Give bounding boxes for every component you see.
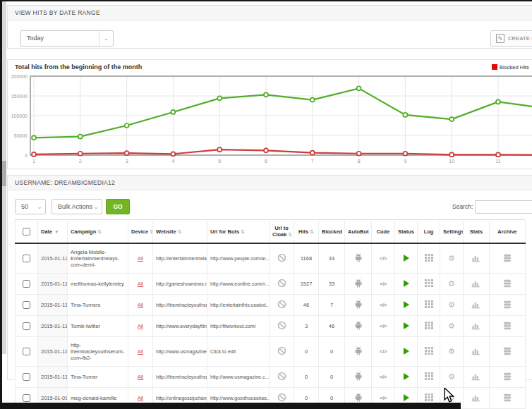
column-header-code[interactable]: Code — [372, 220, 395, 244]
device-all-link[interactable]: All — [138, 255, 143, 262]
log-grid-icon[interactable] — [425, 347, 433, 355]
row-checkbox[interactable] — [23, 394, 30, 402]
stats-chart-icon[interactable] — [471, 300, 481, 309]
device-all-link[interactable]: All — [138, 395, 143, 401]
settings-gear-icon[interactable]: ⚙ — [448, 373, 455, 381]
url-to-cloak-ban-icon[interactable] — [277, 393, 286, 402]
date-range-select[interactable]: Today ⌄ — [20, 30, 114, 47]
url-to-cloak-ban-icon[interactable] — [277, 346, 286, 355]
row-website[interactable]: http://entertainmentrelays... — [153, 243, 207, 274]
column-header-url-to-cloak[interactable]: Url to Cloak⇅ — [270, 220, 294, 244]
row-website[interactable]: http://www.usmagazine.c... — [153, 337, 207, 367]
device-all-link[interactable]: All — [138, 323, 143, 329]
stats-chart-icon[interactable] — [471, 322, 481, 330]
log-grid-icon[interactable] — [425, 300, 433, 308]
settings-gear-icon[interactable]: ⚙ — [448, 322, 455, 330]
row-checkbox[interactable] — [23, 301, 30, 309]
row-url-for-bots[interactable]: http://entertainthis.usatod... — [207, 295, 270, 316]
sort-desc-icon[interactable]: ▼ — [54, 230, 59, 234]
device-all-link[interactable]: All — [138, 374, 143, 380]
code-icon[interactable]: </> — [380, 374, 387, 380]
settings-gear-icon[interactable]: ⚙ — [448, 348, 455, 355]
row-url-for-bots[interactable]: Click to edit — [207, 337, 270, 367]
autobot-android-icon[interactable] — [354, 321, 363, 330]
autobot-android-icon[interactable] — [354, 300, 363, 309]
url-to-cloak-ban-icon[interactable] — [277, 372, 286, 381]
column-header-settings[interactable]: Settings — [440, 220, 464, 244]
status-play-icon[interactable] — [404, 301, 409, 308]
device-all-link[interactable]: All — [138, 348, 143, 355]
archive-icon[interactable] — [503, 347, 512, 355]
row-website[interactable]: http://www.everydayfitnes... — [153, 316, 207, 337]
url-to-cloak-ban-icon[interactable] — [277, 300, 286, 309]
go-button[interactable]: GO — [106, 199, 130, 214]
column-header-archive[interactable]: Archive — [490, 220, 526, 244]
autobot-android-icon[interactable] — [354, 279, 363, 288]
column-header-blocked[interactable]: Blocked⇅ — [319, 220, 345, 244]
settings-gear-icon[interactable]: ⚙ — [448, 255, 455, 262]
row-checkbox[interactable] — [23, 280, 30, 288]
sort-icon[interactable]: ⇅ — [178, 229, 182, 234]
code-icon[interactable]: </> — [380, 281, 387, 287]
row-url-for-bots[interactable]: http://www.people.com/ar... — [207, 243, 270, 274]
row-url-for-bots[interactable]: http://fitworkout.com/ — [207, 316, 270, 337]
sort-icon[interactable]: ⇅ — [310, 229, 314, 234]
column-header-status[interactable]: Status — [395, 220, 418, 244]
column-header-campaign[interactable]: Campaign⇅ — [68, 220, 128, 244]
archive-icon[interactable] — [503, 279, 512, 288]
code-icon[interactable]: </> — [380, 323, 387, 329]
stats-chart-icon[interactable] — [471, 347, 481, 355]
select-all-checkbox[interactable] — [23, 228, 30, 236]
row-website[interactable]: http://themiracleyouthser... — [153, 367, 207, 388]
code-icon[interactable]: </> — [380, 395, 387, 401]
row-checkbox[interactable] — [23, 373, 30, 381]
column-header-stats[interactable]: Stats — [464, 220, 490, 244]
status-play-icon[interactable] — [404, 280, 409, 287]
left-scrollbar-thumb[interactable] — [2, 161, 6, 186]
search-input[interactable] — [475, 200, 532, 214]
url-to-cloak-ban-icon[interactable] — [277, 253, 286, 262]
row-checkbox[interactable] — [23, 348, 30, 355]
stats-chart-icon[interactable] — [471, 372, 481, 381]
column-header-date[interactable]: Date▼ — [38, 220, 68, 244]
stats-chart-icon[interactable] — [471, 393, 481, 402]
column-header-website[interactable]: Website⇅ — [153, 220, 207, 244]
column-header-device[interactable]: Device⇅ — [128, 220, 153, 244]
archive-icon[interactable] — [503, 254, 512, 262]
column-header-hits[interactable]: Hits⇅ — [294, 220, 319, 244]
autobot-android-icon[interactable] — [354, 253, 363, 262]
row-url-for-bots[interactable]: http://www.eonline.com/n... — [207, 274, 270, 295]
log-grid-icon[interactable] — [425, 372, 433, 380]
create-new-campaign-button[interactable]: ✎ CREATE NEW CAMPAIGN — [490, 30, 532, 47]
row-checkbox[interactable] — [23, 322, 30, 330]
status-play-icon[interactable] — [404, 348, 409, 355]
sort-icon[interactable]: ⇅ — [97, 229, 102, 234]
device-all-link[interactable]: All — [138, 302, 143, 308]
row-website[interactable]: http://gameshownews.net — [153, 274, 207, 295]
sort-icon[interactable]: ⇅ — [150, 229, 152, 234]
archive-icon[interactable] — [503, 300, 512, 309]
column-header-log[interactable]: Log — [418, 220, 440, 244]
archive-icon[interactable] — [503, 393, 512, 402]
log-grid-icon[interactable] — [425, 279, 433, 287]
settings-gear-icon[interactable]: ⚙ — [448, 280, 455, 288]
archive-icon[interactable] — [503, 372, 512, 381]
bulk-actions-select[interactable]: Bulk Actions ⌄ — [52, 199, 102, 214]
autobot-android-icon[interactable] — [354, 372, 363, 381]
stats-chart-icon[interactable] — [471, 254, 481, 262]
code-icon[interactable]: </> — [380, 348, 387, 355]
sort-icon[interactable]: ⇅ — [241, 229, 245, 234]
row-url-for-bots[interactable]: http://www.usmagazine.c... — [207, 367, 270, 388]
code-icon[interactable]: </> — [380, 255, 387, 262]
status-play-icon[interactable] — [404, 373, 409, 380]
page-size-select[interactable]: 50 ⌄ — [15, 199, 46, 214]
code-icon[interactable]: </> — [380, 302, 387, 308]
autobot-android-icon[interactable] — [354, 393, 363, 402]
log-grid-icon[interactable] — [425, 322, 433, 329]
column-header-url-for-bots[interactable]: Url for Bots⇅ — [207, 220, 270, 244]
device-all-link[interactable]: All — [138, 281, 143, 287]
column-header-autobot[interactable]: AutoBot — [345, 220, 372, 244]
status-play-icon[interactable] — [404, 394, 409, 401]
url-to-cloak-ban-icon[interactable] — [277, 279, 286, 288]
stats-chart-icon[interactable] — [471, 279, 481, 288]
